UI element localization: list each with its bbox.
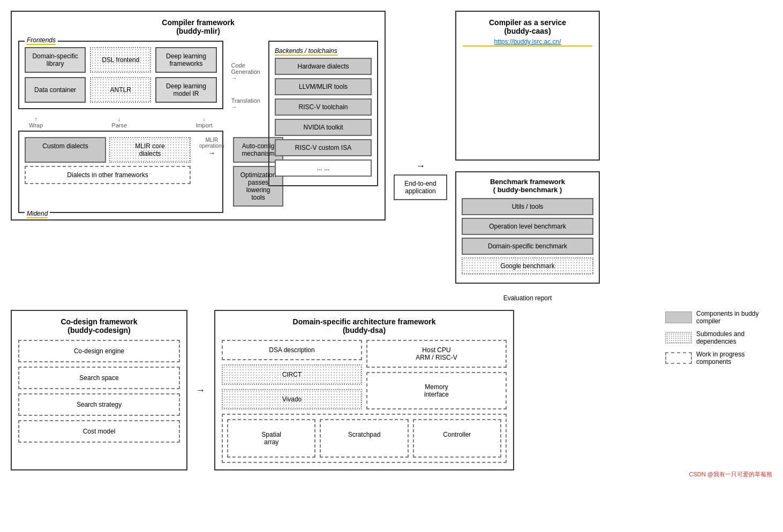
domain-specific-benchmark: Domain-specific benchmark [462, 238, 593, 255]
risc-v-toolchain: RISC-V toolchain [275, 98, 372, 116]
caas-link[interactable]: https://buddy.isrc.ac.cn/ [463, 38, 592, 47]
circt: CIRCT [222, 364, 362, 385]
legend-box-dotted [665, 332, 692, 344]
midend-section: Custom dialects MLIR coredialects Dialec… [18, 131, 223, 213]
vivado: Vivado [222, 389, 362, 409]
utils-tools: Utils / tools [462, 198, 593, 215]
fe-domain-specific: Domain-specificlibrary [25, 47, 86, 73]
legend-item-dotted: Submodules and dependencies [665, 330, 772, 345]
legend: Components in buddy compiler Submodules … [665, 310, 772, 470]
compiler-framework-block: Compiler framework (buddy-mlir) Frontend… [11, 11, 386, 221]
eval-report: Evaluation report [455, 294, 600, 302]
risc-v-custom-isa: RISC-V custom ISA [275, 139, 372, 156]
google-benchmark: Google benchmark [462, 257, 593, 275]
middle-connector: → End-to-end application [394, 11, 447, 200]
watermark: CSDN @我有一只可爱的草莓熊 [689, 470, 772, 478]
dsa-description: DSA description [222, 340, 362, 360]
wrap-arrow: ↑Wrap [29, 116, 43, 128]
midend-label: Midend [25, 210, 50, 217]
mlir-core-dialects: MLIR coredialects [109, 137, 191, 163]
frontends-grid: Domain-specificlibrary DSL frontend Deep… [25, 47, 217, 103]
midend-dialects: Custom dialects MLIR coredialects Dialec… [25, 137, 191, 184]
backends-label: Backends / toolchains [275, 47, 372, 55]
arrow-row: ↑Wrap ↓Parse ↓Import [18, 113, 223, 131]
more-items: ... ... [275, 159, 372, 177]
controller: Controller [413, 419, 501, 458]
search-space: Search space [18, 367, 180, 389]
main-container: Compiler framework (buddy-mlir) Frontend… [0, 0, 783, 481]
dsa-right-col: Host CPUARM / RISC-V Memoryinterface [366, 340, 507, 409]
dsa-box: Domain-specific architecture framework (… [214, 310, 514, 470]
nvidia-toolkit: NVIDIA toolkit [275, 119, 372, 136]
custom-dialects: Custom dialects [25, 137, 106, 163]
codegen-labels: CodeGeneration→ Translation→ [229, 41, 263, 110]
code-generation-label: CodeGeneration→ [231, 62, 260, 81]
llvm-mlir-tools: LLVM/MLIR tools [275, 78, 372, 95]
dsa-left-col: DSA description CIRCT Vivado [222, 340, 362, 409]
frontends-label: Frontends [25, 36, 58, 44]
host-cpu: Host CPUARM / RISC-V [366, 340, 507, 368]
search-strategy: Search strategy [18, 393, 180, 416]
dsa-grid-top: DSA description CIRCT Vivado Host CPUARM… [222, 340, 507, 409]
frontends-box: Frontends Domain-specificlibrary DSL fro… [18, 41, 223, 109]
fe-dl-model-ir: Deep learningmodel IR [155, 77, 216, 103]
right-col: Compiler as a service (buddy-caas) https… [455, 11, 600, 302]
benchmark-title: Benchmark framework ( buddy-benchmark ) [462, 178, 593, 194]
bottom-row: Co-design framework (buddy-codesign) Co-… [11, 310, 772, 470]
caas-box: Compiler as a service (buddy-caas) https… [455, 11, 600, 161]
parse-arrow: ↓Parse [111, 116, 127, 128]
spatial-array: Spatialarray [227, 419, 315, 458]
left-section: Frontends Domain-specificlibrary DSL fro… [18, 41, 223, 213]
legend-item-gray: Components in buddy compiler [665, 310, 772, 325]
import-arrow: ↓Import [195, 116, 212, 128]
compiler-framework-title: Compiler framework (buddy-mlir) [18, 18, 378, 35]
backends-box: Backends / toolchains Hardware dialects … [268, 41, 378, 186]
caas-title: Compiler as a service (buddy-caas) [463, 18, 592, 35]
legend-item-dashed: Work in progress components [665, 351, 772, 366]
scratchpad: Scratchpad [320, 419, 408, 458]
mlir-ops-connector: MLIR operations → [195, 137, 229, 157]
bottom-arrow: → [195, 310, 206, 470]
codesign-engine: Co-design engine [18, 340, 180, 362]
midend-inner: Custom dialects MLIR coredialects Dialec… [25, 137, 217, 207]
fe-deep-learning-fw: Deep learningframeworks [155, 47, 216, 73]
end-to-end-box: End-to-end application [394, 174, 447, 200]
benchmark-box: Benchmark framework ( buddy-benchmark ) … [455, 171, 600, 284]
hardware-dialects: Hardware dialects [275, 58, 372, 75]
dsa-title: Domain-specific architecture framework (… [222, 317, 507, 335]
legend-box-gray [665, 311, 692, 323]
dialects-top-row: Custom dialects MLIR coredialects [25, 137, 191, 163]
fe-antlr: ANTLR [90, 77, 151, 103]
codesign-title: Co-design framework (buddy-codesign) [18, 317, 180, 335]
legend-box-dashed [665, 352, 692, 364]
outer-top: Compiler framework (buddy-mlir) Frontend… [11, 11, 772, 302]
fe-dsl-frontend: DSL frontend [90, 47, 151, 73]
dialects-other-frameworks: Dialects in other frameworks [25, 166, 191, 184]
dsa-bottom-row: Spatialarray Scratchpad Controller [222, 414, 507, 463]
memory-interface: Memoryinterface [366, 372, 507, 409]
fe-data-container: Data container [25, 77, 86, 103]
translation-label: Translation→ [231, 97, 260, 110]
codesign-box: Co-design framework (buddy-codesign) Co-… [11, 310, 187, 470]
operation-level-benchmark: Operation level benchmark [462, 218, 593, 235]
cost-model: Cost model [18, 420, 180, 443]
